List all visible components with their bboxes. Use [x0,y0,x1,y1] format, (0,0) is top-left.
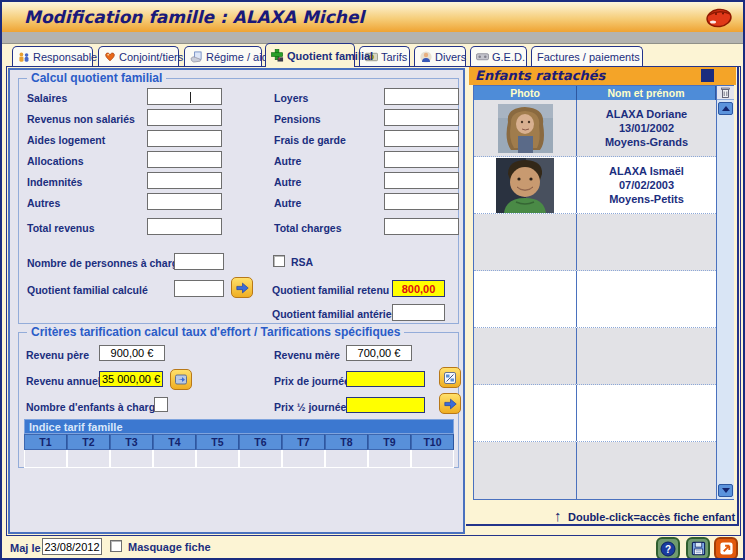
frais-de-garde-input[interactable] [384,130,459,147]
qf-calcule-input[interactable] [174,280,224,297]
indice-cell[interactable] [239,450,282,468]
loyers-label: Loyers [274,92,308,104]
people-icon [18,51,30,63]
revenu-annuel-label: Revenu annuel [26,375,101,387]
svg-text:?: ? [665,543,671,554]
scroll-down-button[interactable] [718,484,733,497]
maj-date-input[interactable]: 23/08/2012 [42,538,102,555]
total-revenus-input[interactable] [147,218,222,235]
triangle-up-icon [722,106,730,111]
qf-calcule-label: Quotient familial calculé [27,284,148,296]
tab-quotient-familial[interactable]: Quotient familial [265,43,355,67]
title-separator [2,32,743,44]
aides-logement-input[interactable] [147,130,222,147]
child-group: Moyens-Grands [605,136,688,148]
revenu-annuel-input[interactable]: 35 000,00 € [99,371,163,387]
indice-col-header: T8 [325,434,368,450]
nb-enfants-label: Nombre d'enfants à charge [26,401,161,413]
fieldset-legend: Critères tarification calcul taux d'effo… [27,325,404,339]
indice-cell[interactable] [67,450,110,468]
total-revenus-label: Total revenus [27,222,95,234]
apply-quotient-button[interactable] [231,277,253,298]
autre3-label: Autre [274,197,301,209]
qf-retenu-input[interactable]: 800,00 [392,280,445,297]
revenu-mere-input[interactable]: 700,00 € [346,345,412,361]
tab-regime-aides[interactable]: Régime / aides [184,46,262,66]
table-scrollbar[interactable] [716,86,734,499]
tab-ged[interactable]: G.E.D. [470,46,527,66]
autre2-input[interactable] [384,172,459,189]
qf-retenu-label: Quotient familial retenu [272,284,389,296]
child-name: ALAXA Ismaël [609,165,684,177]
indemnites-input[interactable] [147,172,222,189]
allocations-label: Allocations [27,155,84,167]
indice-cell[interactable] [153,450,196,468]
save-button[interactable] [686,537,710,560]
indice-cell[interactable] [110,450,153,468]
table-row-child[interactable]: ALAXA Doriane 13/01/2002 Moyens-Grands [474,100,716,157]
tab-responsable[interactable]: Responsable [12,46,93,66]
help-button[interactable]: ? [656,537,680,560]
indice-col-header: T2 [67,434,110,450]
tab-divers[interactable]: Divers [414,46,466,66]
scroll-up-button[interactable] [718,102,733,115]
prix-journee-input[interactable] [346,371,425,387]
triangle-down-icon [722,488,730,493]
nb-personnes-input[interactable] [174,253,224,270]
person-icon [420,51,432,63]
exit-arrow-icon [719,541,734,556]
tab-conjoint-tiers[interactable]: Conjoint/tiers [98,46,179,66]
half-day-rate-button[interactable] [439,367,461,388]
allocations-input[interactable] [147,151,222,168]
indice-cell[interactable] [325,450,368,468]
tab-label: Quotient familial [287,50,373,62]
tab-factures-paiements[interactable]: Factures / paiements [531,46,643,66]
empty-photo-cell [474,214,577,270]
loyers-input[interactable] [384,88,459,105]
indice-cell[interactable] [24,450,67,468]
masquage-fiche-checkbox[interactable] [110,540,122,552]
rsa-label: RSA [291,256,313,268]
empty-name-cell [577,271,716,327]
child-photo-ismael [496,158,554,213]
delete-child-icon[interactable] [717,86,734,100]
child-photo-cell [474,157,577,213]
apply-half-day-button[interactable] [439,393,461,414]
fieldset-legend: Calcul quotient familial [27,71,166,85]
child-photo-cell [474,100,577,156]
prix-demi-journee-input[interactable] [346,397,425,413]
indice-col-header: T10 [411,434,454,450]
tab-label: Factures / paiements [537,51,640,63]
revenu-mere-label: Revenu mère [274,349,340,361]
app-window: Modification famille : ALAXA Michel Resp… [0,0,745,560]
indice-tarif-header-row: T1 T2 T3 T4 T5 T6 T7 T8 T9 T10 [24,434,454,450]
total-charges-input[interactable] [384,218,459,235]
empty-name-cell [577,442,716,499]
autre1-input[interactable] [384,151,459,168]
revenus-non-salaries-input[interactable] [147,109,222,126]
indice-cell[interactable] [368,450,411,468]
page-title: Modification famille : ALAXA Michel [24,7,364,27]
indice-tarif-title: Indice tarif famille [24,419,454,434]
indice-cell[interactable] [411,450,454,468]
compute-annual-income-button[interactable] [170,369,192,390]
indice-cell[interactable] [196,450,239,468]
rsa-checkbox[interactable] [273,255,285,267]
autre3-input[interactable] [384,193,459,210]
table-row-child[interactable]: ALAXA Ismaël 07/02/2003 Moyens-Petits [474,157,716,214]
arrow-right-icon [444,398,457,410]
tab-label: Conjoint/tiers [119,51,183,63]
child-info-cell: ALAXA Doriane 13/01/2002 Moyens-Grands [577,100,716,156]
child-info-cell: ALAXA Ismaël 07/02/2003 Moyens-Petits [577,157,716,213]
autres-input[interactable] [147,193,222,210]
salaires-input[interactable] [147,88,222,105]
pensions-input[interactable] [384,109,459,126]
enfants-panel: Enfants rattachés Photo Nom et prénom [466,67,739,526]
empty-name-cell [577,328,716,384]
qf-anterieur-input[interactable] [392,304,445,321]
exit-button[interactable] [714,537,738,560]
indice-cell[interactable] [282,450,325,468]
revenu-pere-label: Revenu père [26,349,89,361]
nb-enfants-input[interactable] [154,397,168,412]
revenu-pere-input[interactable]: 900,00 € [99,345,165,361]
